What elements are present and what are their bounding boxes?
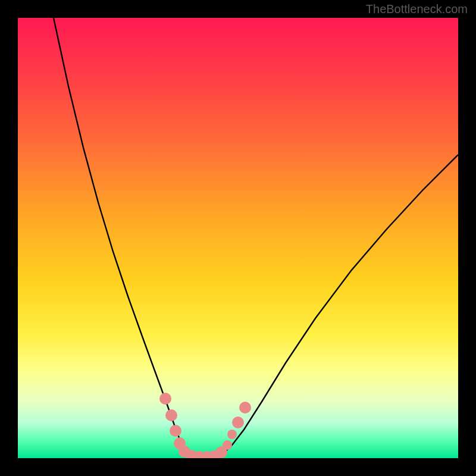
chart-left-curve xyxy=(54,18,199,458)
chart-dot xyxy=(159,393,171,405)
chart-dot xyxy=(232,416,244,428)
chart-right-curve xyxy=(214,155,458,458)
chart-dots-group xyxy=(159,393,251,458)
chart-dot xyxy=(170,425,181,437)
chart-dot xyxy=(227,430,237,439)
chart-dot xyxy=(239,402,251,414)
chart-plot-area xyxy=(18,18,458,458)
chart-svg xyxy=(18,18,458,458)
chart-dot xyxy=(165,409,177,421)
watermark-text: TheBottleneck.com xyxy=(366,2,468,16)
chart-dot xyxy=(223,440,232,450)
